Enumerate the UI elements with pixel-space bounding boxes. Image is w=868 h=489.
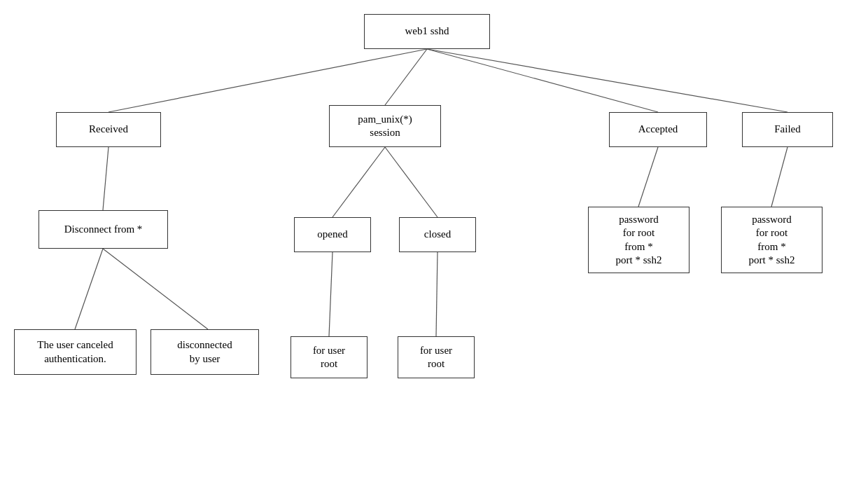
- svg-line-1: [385, 49, 427, 105]
- svg-line-3: [427, 49, 788, 112]
- closed-node: closed: [399, 217, 476, 252]
- svg-line-10: [103, 249, 208, 329]
- svg-line-5: [332, 147, 385, 217]
- password-failed-node: password for root from * port * ssh2: [721, 207, 822, 273]
- svg-line-2: [427, 49, 658, 112]
- user-canceled-node: The user canceled authentication.: [14, 329, 136, 375]
- diagram: web1 sshd Received pam_unix(*) session A…: [0, 0, 868, 489]
- root-node: web1 sshd: [364, 14, 490, 49]
- failed-node: Failed: [742, 112, 833, 147]
- svg-line-9: [75, 249, 103, 329]
- disconnected-by-user-node: disconnected by user: [150, 329, 259, 375]
- opened-for-user-node: for user root: [290, 336, 368, 378]
- disconnect-node: Disconnect from *: [38, 210, 168, 249]
- svg-line-11: [329, 252, 332, 336]
- svg-line-0: [108, 49, 427, 112]
- password-accepted-node: password for root from * port * ssh2: [588, 207, 690, 273]
- accepted-node: Accepted: [609, 112, 707, 147]
- svg-line-6: [385, 147, 438, 217]
- svg-line-4: [103, 147, 108, 210]
- pam-unix-node: pam_unix(*) session: [329, 105, 441, 147]
- opened-node: opened: [294, 217, 371, 252]
- svg-line-12: [436, 252, 438, 336]
- received-node: Received: [56, 112, 161, 147]
- svg-line-8: [771, 147, 788, 207]
- closed-for-user-node: for user root: [398, 336, 475, 378]
- svg-line-7: [638, 147, 658, 207]
